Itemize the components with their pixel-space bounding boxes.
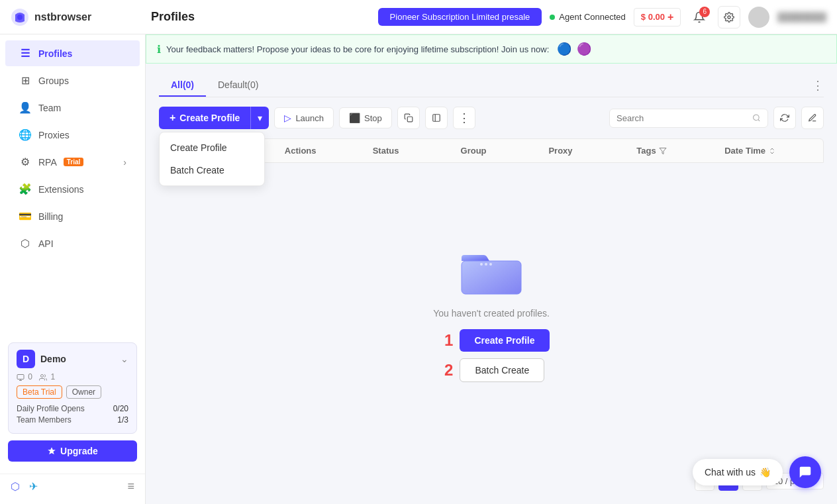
create-dropdown-button[interactable]: ▾ <box>250 107 269 129</box>
owner-badge: Owner <box>66 385 101 399</box>
sidebar-item-billing[interactable]: 💳 Billing <box>5 203 140 229</box>
tags-filter-icon[interactable] <box>659 147 667 155</box>
billing-icon: 💳 <box>19 210 32 223</box>
sidebar-item-team[interactable]: 👤 Team <box>5 95 140 121</box>
notif-badge: 6 <box>699 7 710 17</box>
balance-display[interactable]: $ 0.00 + <box>634 8 681 26</box>
empty-create-profile-button[interactable]: Create Profile <box>460 329 549 352</box>
sidebar-item-profiles[interactable]: ☰ Profiles <box>5 40 140 66</box>
empty-state: You haven't created profiles. 1 Create P… <box>159 163 824 463</box>
dropdown-create-profile[interactable]: Create Profile <box>160 136 264 159</box>
step-2-row: 2 Batch Create <box>433 358 549 382</box>
balance-plus: + <box>667 11 673 23</box>
svg-point-10 <box>754 115 760 121</box>
promo-banner[interactable]: Pioneer Subscription Limited presale <box>378 8 542 26</box>
rpa-icon: ⚙ <box>19 156 32 168</box>
twitter-icon[interactable]: 🔵 <box>557 42 571 56</box>
logo: nstbrowser <box>11 8 143 26</box>
sidebar-label-profiles: Profiles <box>38 48 72 59</box>
logo-icon <box>11 8 29 26</box>
columns-icon <box>808 113 817 123</box>
col-group: Group <box>461 146 549 156</box>
workspace-badges: Beta Trial Owner <box>17 385 128 399</box>
workspace-avatar: D <box>17 350 35 368</box>
sidebar-label-groups: Groups <box>38 76 69 86</box>
page-title: Profiles <box>151 10 195 24</box>
create-profile-group: + Create Profile ▾ Create Profile Batch … <box>159 107 269 129</box>
svg-line-11 <box>758 119 760 121</box>
api-icon: ⬡ <box>19 237 32 250</box>
stop-icon: ⬛ <box>349 113 360 123</box>
sidebar-item-proxies[interactable]: 🌐 Proxies <box>5 122 140 148</box>
sort-icon[interactable] <box>768 147 776 155</box>
dropdown-batch-create[interactable]: Batch Create <box>160 159 264 181</box>
move-button[interactable] <box>425 107 448 129</box>
svg-point-17 <box>489 263 492 266</box>
svg-marker-12 <box>660 148 666 154</box>
empty-batch-create-button[interactable]: Batch Create <box>460 358 544 382</box>
workspace-monitors: 0 <box>17 372 32 381</box>
sidebar-item-api[interactable]: ⬡ API <box>5 230 140 256</box>
workspace-card: D Demo ⌄ 0 1 Beta Trial Owner <box>8 342 137 434</box>
sidebar-label-api: API <box>38 238 54 249</box>
create-profile-button[interactable]: + Create Profile <box>159 107 250 129</box>
more-actions-button[interactable]: ⋮ <box>453 107 475 129</box>
tabs-more-button[interactable]: ⋮ <box>812 78 824 93</box>
launch-button[interactable]: ▷ Launch <box>274 107 334 128</box>
workspace-chevron-icon[interactable]: ⌄ <box>121 354 128 364</box>
team-icon: 👤 <box>19 101 32 114</box>
workspace-meta: 0 1 <box>17 372 128 381</box>
header-icons: 6 ████████ <box>689 6 826 28</box>
daily-opens-stat: Daily Profile Opens 0/20 <box>17 404 128 413</box>
refresh-button[interactable] <box>773 107 796 129</box>
copy-button[interactable] <box>397 107 420 129</box>
beta-trial-badge: Beta Trial <box>17 385 62 399</box>
toolbar: + Create Profile ▾ Create Profile Batch … <box>159 107 824 129</box>
info-icon: ℹ <box>157 43 161 56</box>
discord-link-icon[interactable]: 🟣 <box>577 42 591 56</box>
sidebar-label-billing: Billing <box>38 211 63 222</box>
col-datetime: Date Time <box>724 146 812 156</box>
discord-icon[interactable]: ⬡ <box>11 480 20 493</box>
footer-icons: ⬡ ✈ <box>11 480 38 493</box>
gear-icon <box>724 12 734 23</box>
stop-button[interactable]: ⬛ Stop <box>339 107 392 128</box>
search-icon <box>752 113 761 123</box>
notifications-button[interactable]: 6 <box>689 7 710 28</box>
chat-bubble[interactable]: Chat with us 👋 <box>693 459 783 485</box>
telegram-icon[interactable]: ✈ <box>29 480 38 493</box>
app-header: nstbrowser Profiles Pioneer Subscription… <box>0 0 837 34</box>
sidebar-label-proxies: Proxies <box>38 130 70 140</box>
column-settings-button[interactable] <box>801 107 824 129</box>
content-area: ℹ Your feedback matters! Propose your id… <box>146 34 837 504</box>
launch-icon: ▷ <box>284 113 291 123</box>
workspace-name: Demo <box>40 354 66 364</box>
tab-all[interactable]: All(0) <box>159 74 206 97</box>
step-2-number: 2 <box>433 361 453 379</box>
col-proxy: Proxy <box>548 146 636 156</box>
svg-rect-7 <box>407 117 413 122</box>
col-status: Status <box>373 146 461 156</box>
chat-open-button[interactable] <box>789 456 821 488</box>
upgrade-icon <box>47 446 56 456</box>
chat-icon <box>798 465 812 479</box>
sidebar-bottom: D Demo ⌄ 0 1 Beta Trial Owner <box>0 334 145 470</box>
settings-button[interactable] <box>718 6 740 28</box>
workspace-header: D Demo ⌄ <box>17 350 128 368</box>
sidebar-item-groups[interactable]: ⊞ Groups <box>5 68 140 93</box>
create-button-group: + Create Profile ▾ <box>159 107 269 129</box>
rpa-trial-badge: Trial <box>64 158 84 166</box>
move-icon <box>432 113 441 123</box>
sidebar-footer: ⬡ ✈ ≡ <box>0 474 145 499</box>
chat-widget: Chat with us 👋 <box>693 456 821 488</box>
upgrade-button[interactable]: Upgrade <box>8 440 137 462</box>
sidebar-item-extensions[interactable]: 🧩 Extensions <box>5 176 140 202</box>
tab-default[interactable]: Default(0) <box>206 74 270 97</box>
sidebar-item-rpa[interactable]: ⚙ RPA Trial › <box>5 149 140 175</box>
menu-icon[interactable]: ≡ <box>127 479 134 493</box>
svg-point-2 <box>728 16 730 19</box>
content-main: All(0) Default(0) ⋮ + Create Profile ▾ <box>146 64 837 504</box>
user-avatar[interactable] <box>748 7 769 28</box>
search-input[interactable] <box>616 113 748 123</box>
svg-point-16 <box>485 263 487 266</box>
